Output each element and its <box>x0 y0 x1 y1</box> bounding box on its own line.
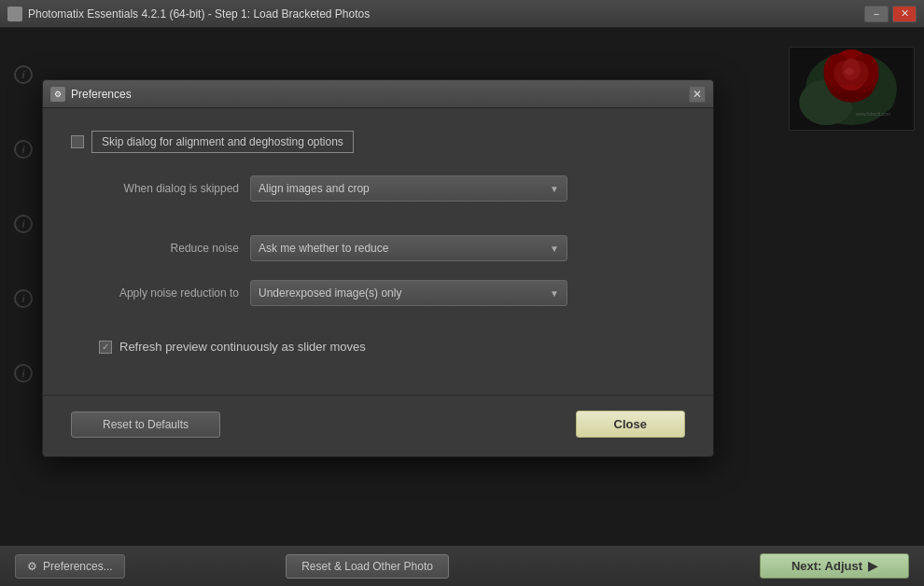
divider-1 <box>71 220 685 235</box>
apply-noise-arrow-icon: ▼ <box>550 288 559 299</box>
skip-dialog-row: Skip dialog for alignment and deghosting… <box>71 131 685 153</box>
next-arrow-icon: ▶ <box>868 559 877 573</box>
close-dialog-button[interactable]: Close <box>576 411 685 438</box>
reduce-noise-label: Reduce noise <box>71 242 239 255</box>
refresh-preview-row: ✓ Refresh preview continuously as slider… <box>71 340 685 354</box>
when-skipped-value: Align images and crop <box>259 182 370 195</box>
app-icon <box>7 7 22 21</box>
next-button[interactable]: Next: Adjust ▶ <box>760 553 909 579</box>
dialog-footer: Reset to Defaults Close <box>43 395 713 456</box>
reduce-noise-select[interactable]: Ask me whether to reduce ▼ <box>250 235 567 261</box>
reduce-noise-row: Reduce noise Ask me whether to reduce ▼ <box>71 235 685 261</box>
reduce-noise-value: Ask me whether to reduce <box>259 242 388 255</box>
dialog-title: Preferences <box>71 88 689 101</box>
next-button-label: Next: Adjust <box>791 559 862 573</box>
reset-load-button[interactable]: Reset & Load Other Photo <box>286 554 449 579</box>
refresh-preview-label: Refresh preview continuously as slider m… <box>119 340 366 354</box>
preferences-button[interactable]: ⚙ Preferences... <box>15 554 125 579</box>
dialog-content: Skip dialog for alignment and deghosting… <box>43 108 713 395</box>
app-title: Photomatix Essentials 4.2.1 (64-bit) - S… <box>28 7 864 21</box>
refresh-check-mark: ✓ <box>102 342 109 352</box>
when-skipped-select[interactable]: Align images and crop ▼ <box>250 175 567 202</box>
apply-noise-select[interactable]: Underexposed image(s) only ▼ <box>250 280 567 306</box>
skip-dialog-checkbox[interactable] <box>71 135 84 148</box>
refresh-preview-checkbox[interactable]: ✓ <box>99 341 112 354</box>
reset-defaults-button[interactable]: Reset to Defaults <box>71 412 220 438</box>
preferences-button-label: Preferences... <box>43 560 113 573</box>
divider-2 <box>71 325 685 340</box>
skip-dialog-label: Skip dialog for alignment and deghosting… <box>91 131 354 153</box>
dialog-icon: ⚙ <box>50 87 65 102</box>
apply-noise-value: Underexposed image(s) only <box>259 286 401 300</box>
window-close-button[interactable]: ✕ <box>892 6 917 22</box>
reduce-noise-arrow-icon: ▼ <box>550 244 559 254</box>
when-skipped-arrow-icon: ▼ <box>550 184 559 194</box>
dialog-close-x-button[interactable]: ✕ <box>689 86 706 103</box>
window-controls: − ✕ <box>864 6 917 22</box>
apply-noise-label: Apply noise reduction to <box>71 286 239 300</box>
when-skipped-label: When dialog is skipped <box>71 182 239 195</box>
title-bar: Photomatix Essentials 4.2.1 (64-bit) - S… <box>0 0 924 28</box>
main-area: i i i i i <box>0 28 924 545</box>
dialog-titlebar: ⚙ Preferences ✕ <box>43 80 713 108</box>
minimize-button[interactable]: − <box>864 6 889 22</box>
when-skipped-row: When dialog is skipped Align images and … <box>71 175 685 202</box>
apply-noise-row: Apply noise reduction to Underexposed im… <box>71 280 685 306</box>
preferences-dialog: ⚙ Preferences ✕ Skip dialog for alignmen… <box>42 79 714 457</box>
gear-icon: ⚙ <box>27 560 37 573</box>
bottom-bar: ⚙ Preferences... Reset & Load Other Phot… <box>0 545 924 586</box>
